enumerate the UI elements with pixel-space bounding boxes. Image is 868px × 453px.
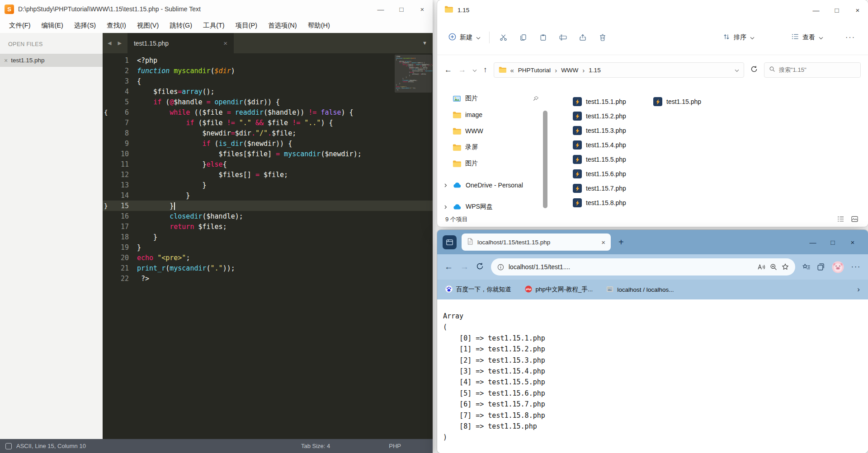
minimap[interactable]: <?phpfunction myscandir($dir){ $files=ar… [396, 56, 431, 91]
settings-more-icon[interactable]: ··· [851, 262, 861, 271]
chevron-right-icon[interactable] [443, 205, 448, 210]
maximize-button[interactable]: □ [823, 230, 843, 254]
nav-scrollbar[interactable] [543, 111, 547, 208]
tab-scroll-right-icon[interactable]: ▶ [114, 40, 124, 46]
favorites-overflow-icon[interactable]: › [857, 285, 860, 294]
code-line[interactable]: 12 $files[] = $file; [103, 169, 433, 180]
breadcrumb-segment[interactable]: WWW [561, 67, 578, 74]
forward-button[interactable]: → [458, 65, 466, 75]
delete-button[interactable] [593, 29, 613, 46]
back-button[interactable]: ← [444, 65, 452, 75]
file-item[interactable]: test1.15.8.php [573, 196, 626, 210]
code-line[interactable]: {6 while (($file = readdir($handle)) != … [103, 107, 433, 117]
collections-icon[interactable] [817, 263, 825, 271]
menu-item[interactable]: 文件(F) [4, 21, 36, 30]
code-line[interactable]: 22 ?> [103, 273, 433, 284]
close-button[interactable]: × [847, 0, 868, 20]
cut-button[interactable] [493, 29, 513, 46]
search-input[interactable]: 搜索"1.15" [764, 62, 861, 78]
address-bar[interactable]: localhost/1.15/test1.... [491, 258, 795, 276]
file-item[interactable]: test1.15.5.php [573, 152, 626, 167]
browser-tab[interactable]: localhost/1.15/test1.15.php × [462, 234, 611, 251]
code-line[interactable]: 20echo "<pre>"; [103, 252, 433, 263]
editor-tab[interactable]: test1.15.php × [127, 33, 234, 53]
bookmark-item[interactable]: php php中文网-教程_手... [525, 285, 593, 294]
rename-button[interactable] [553, 29, 573, 46]
sidebar-item[interactable]: WWW [437, 123, 548, 139]
minimize-button[interactable]: — [806, 0, 826, 20]
favorites-bar-icon[interactable] [802, 263, 810, 271]
status-panel-icon[interactable] [5, 443, 12, 449]
tab-actions-icon[interactable] [443, 235, 457, 249]
code-line[interactable]: 3{ [103, 76, 433, 86]
share-button[interactable] [573, 29, 593, 46]
tab-overflow-icon[interactable]: ▼ [422, 40, 427, 46]
close-file-icon[interactable]: × [4, 57, 8, 64]
minimize-button[interactable]: — [370, 0, 391, 18]
sublime-title-bar[interactable]: S D:\phpStudy\PHPTutorial\WWW\1.15\test1… [0, 0, 433, 18]
sidebar-item[interactable]: image [437, 107, 548, 123]
menu-item[interactable]: 跳转(G) [164, 21, 198, 30]
file-item[interactable]: test1.15.1.php [573, 94, 626, 109]
file-item[interactable]: test1.15.4.php [573, 138, 626, 152]
status-tab-size[interactable]: Tab Size: 4 [301, 443, 330, 449]
code-line[interactable]: 19} [103, 242, 433, 252]
breadcrumb-segment[interactable]: PHPTutorial [518, 67, 551, 74]
bookmark-item[interactable]: 百度一下，你就知道 [445, 285, 511, 294]
paste-button[interactable] [533, 29, 553, 46]
code-line[interactable]: }15 } [103, 201, 433, 211]
chevron-right-icon[interactable] [443, 183, 448, 188]
site-info-icon[interactable] [497, 264, 504, 271]
bookmark-item[interactable]: localhost / localhos... [606, 285, 674, 294]
menu-item[interactable]: 选择(S) [69, 21, 101, 30]
code-line[interactable]: 9 if (is_dir($newdir)) { [103, 138, 433, 149]
sidebar-item[interactable]: 录屏 [437, 139, 548, 155]
view-button[interactable]: 查看 [787, 29, 828, 46]
file-item[interactable]: test1.15.6.php [573, 167, 626, 181]
code-line[interactable]: 21print_r(myscandir(".")); [103, 263, 433, 273]
tab-scroll-left-icon[interactable]: ◀ [104, 40, 114, 46]
refresh-icon[interactable] [476, 262, 484, 272]
add-favorite-star-icon[interactable] [782, 263, 789, 271]
file-item[interactable]: test1.15.php [653, 94, 701, 109]
up-button[interactable]: ↑ [483, 65, 487, 75]
menu-item[interactable]: 视图(V) [132, 21, 164, 30]
sort-button[interactable]: 排序 [718, 29, 760, 46]
code-line[interactable]: 2function myscandir($dir) [103, 65, 433, 76]
close-button[interactable]: × [412, 0, 433, 18]
details-view-icon[interactable] [837, 216, 844, 224]
code-line[interactable]: 1<?php [103, 55, 433, 65]
close-button[interactable]: × [843, 230, 863, 254]
code-editor[interactable]: 1<?php2function myscandir($dir)3{4 $file… [103, 53, 433, 439]
zoom-in-icon[interactable] [770, 263, 777, 271]
status-syntax[interactable]: PHP [389, 443, 401, 449]
maximize-button[interactable]: □ [391, 0, 412, 18]
code-line[interactable]: 16 closedir($handle); [103, 211, 433, 221]
forward-button[interactable]: → [460, 262, 469, 272]
sidebar-item[interactable]: 图片 [437, 155, 548, 172]
menu-item[interactable]: 首选项(N) [263, 21, 302, 30]
menu-item[interactable]: 帮助(H) [302, 21, 335, 30]
history-chevron-icon[interactable] [472, 66, 477, 74]
back-button[interactable]: ← [444, 262, 453, 272]
file-item[interactable]: test1.15.7.php [573, 181, 626, 196]
sidebar-item[interactable]: 图片 [437, 90, 548, 107]
tab-close-icon[interactable]: × [223, 39, 227, 47]
menu-item[interactable]: 项目(P) [230, 21, 263, 30]
code-line[interactable]: 5 if (@$handle = opendir($dir)) { [103, 97, 433, 107]
refresh-icon[interactable] [750, 65, 758, 75]
new-button[interactable]: 新建 [443, 29, 486, 46]
explorer-title-bar[interactable]: 1.15 — □ × [437, 0, 868, 20]
tab-close-icon[interactable]: × [601, 238, 605, 246]
code-line[interactable]: 14 } [103, 190, 433, 201]
file-list[interactable]: test1.15.1.phptest1.15.2.phptest1.15.3.p… [548, 85, 868, 212]
sidebar-item[interactable]: OneDrive - Personal [437, 177, 548, 193]
breadcrumb-collapsed[interactable]: « [510, 66, 514, 74]
code-line[interactable]: 4 $files=array(); [103, 86, 433, 97]
code-line[interactable]: 13 } [103, 180, 433, 190]
maximize-button[interactable]: □ [826, 0, 847, 20]
code-line[interactable]: 7 if ($file != "." && $file != "..") { [103, 117, 433, 128]
more-options-icon[interactable]: ··· [839, 33, 862, 42]
menu-item[interactable]: 查找(I) [101, 21, 132, 30]
read-aloud-icon[interactable] [758, 264, 765, 270]
